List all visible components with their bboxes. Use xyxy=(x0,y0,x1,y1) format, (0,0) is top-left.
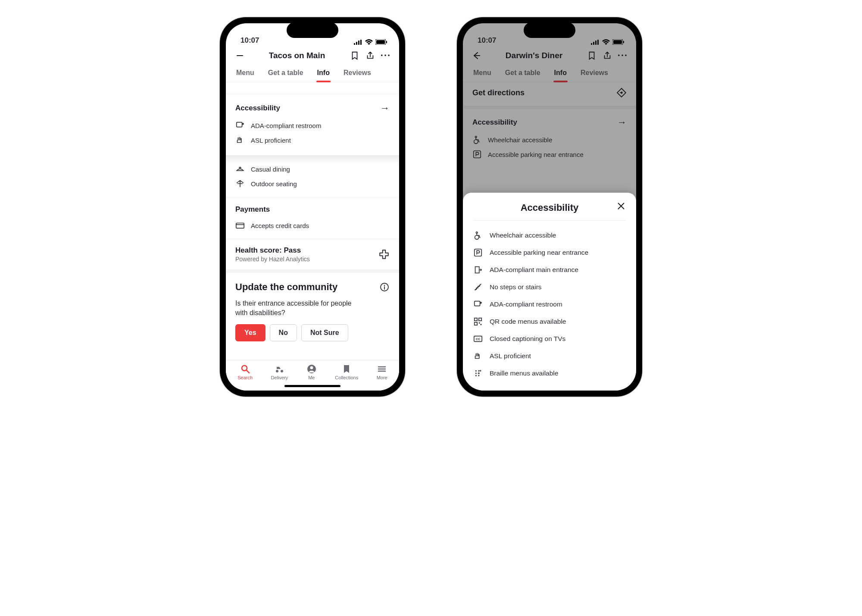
tabbar-more[interactable]: More xyxy=(377,364,387,380)
info-icon[interactable] xyxy=(379,282,390,292)
health-cross-icon xyxy=(378,249,390,260)
tab-reviews[interactable]: Reviews xyxy=(343,66,372,82)
cc-icon: CC xyxy=(473,334,483,344)
sheet-item: Accessible parking near entrance xyxy=(473,244,626,261)
share-button[interactable] xyxy=(365,50,376,61)
svg-rect-41 xyxy=(475,301,480,306)
sheet-item-label: QR code menus available xyxy=(490,318,566,325)
sheet-item-label: Accessible parking near entrance xyxy=(490,249,588,256)
sheet-item: QR code menus available xyxy=(473,313,626,330)
sheet-item-label: ADA-compliant main entrance xyxy=(490,266,578,274)
sheet-item-label: Braille menus available xyxy=(490,369,558,377)
svg-point-51 xyxy=(475,375,477,376)
asl-icon xyxy=(235,135,245,145)
payment-label: Accepts credit cards xyxy=(251,222,309,229)
sheet-item: ADA-compliant restroom xyxy=(473,296,626,313)
tabbar-label: Search xyxy=(237,375,253,380)
asl-icon xyxy=(473,351,483,361)
feature-label: Casual dining xyxy=(251,166,290,173)
back-button[interactable] xyxy=(234,50,245,61)
svg-line-15 xyxy=(247,370,249,373)
svg-point-12 xyxy=(384,285,385,286)
braille-icon xyxy=(473,369,483,378)
yes-button[interactable]: Yes xyxy=(235,324,265,341)
svg-point-49 xyxy=(475,370,477,372)
collections-icon xyxy=(341,364,352,374)
tabbar-search[interactable]: Search xyxy=(237,364,253,380)
svg-rect-6 xyxy=(386,41,387,43)
svg-rect-42 xyxy=(475,318,477,321)
svg-point-50 xyxy=(475,373,477,374)
dynamic-island xyxy=(287,22,338,38)
health-score-subtitle: Powered by Hazel Analytics xyxy=(235,256,310,263)
sheet-item: Wheelchair accessible xyxy=(473,227,626,244)
bookmark-button[interactable] xyxy=(349,50,360,61)
sheet-item: No steps or stairs xyxy=(473,278,626,296)
phone-mockup-right: 10:07 Darwin's Diner xyxy=(457,17,642,397)
tabbar-label: Collections xyxy=(335,375,358,380)
payments-section: Payments Accepts credit cards xyxy=(226,197,399,239)
svg-point-17 xyxy=(281,370,283,372)
restroom-icon xyxy=(235,121,245,130)
svg-point-16 xyxy=(276,370,278,372)
dynamic-island xyxy=(524,22,575,38)
payments-title: Payments xyxy=(235,205,270,214)
sheet-item: ASL proficient xyxy=(473,347,626,365)
wifi-icon xyxy=(365,39,373,45)
accessibility-item: ASL proficient xyxy=(235,133,390,147)
sheet-item: CC Closed captioning on TVs xyxy=(473,330,626,347)
svg-point-52 xyxy=(478,370,479,372)
health-score-title: Health score: Pass xyxy=(235,246,310,255)
svg-rect-1 xyxy=(356,42,357,45)
search-icon xyxy=(240,364,250,374)
svg-rect-8 xyxy=(237,122,242,127)
sheet-item-label: Wheelchair accessible xyxy=(490,231,556,239)
tabbar-collections[interactable]: Collections xyxy=(335,364,358,380)
not-sure-button[interactable]: Not Sure xyxy=(301,324,348,341)
sheet-item: ADA-compliant main entrance xyxy=(473,261,626,278)
svg-rect-0 xyxy=(354,43,355,45)
me-icon xyxy=(306,364,317,374)
tabbar-label: Delivery xyxy=(271,375,288,380)
cellular-icon xyxy=(354,40,362,45)
feature-label: Outdoor seating xyxy=(251,180,297,188)
close-button[interactable] xyxy=(616,201,626,211)
svg-point-54 xyxy=(478,375,479,376)
sheet-item: Braille menus available xyxy=(473,365,626,382)
no-steps-icon xyxy=(473,282,483,292)
wheelchair-icon xyxy=(473,231,483,240)
community-question: Is their entrance accessible for people … xyxy=(235,299,359,318)
content-tabs: Menu Get a table Info Reviews xyxy=(226,66,399,82)
parking-icon xyxy=(473,248,483,257)
accessibility-title: Accessibility xyxy=(235,104,280,113)
sheet-item-label: No steps or stairs xyxy=(490,283,542,291)
community-section: Update the community Is their entrance a… xyxy=(226,273,399,346)
svg-rect-2 xyxy=(358,41,359,45)
qr-icon xyxy=(473,317,483,326)
tab-info[interactable]: Info xyxy=(316,66,331,82)
svg-text:CC: CC xyxy=(476,337,481,341)
svg-point-36 xyxy=(475,235,479,239)
entrance-icon xyxy=(473,265,483,275)
sheet-item-label: ADA-compliant restroom xyxy=(490,300,562,308)
health-score-section[interactable]: Health score: Pass Powered by Hazel Anal… xyxy=(226,239,399,273)
svg-line-40 xyxy=(475,284,481,291)
delivery-icon xyxy=(274,364,284,374)
page-title: Tacos on Main xyxy=(249,51,345,60)
feature-item: Casual dining xyxy=(235,162,390,176)
no-button[interactable]: No xyxy=(270,324,297,341)
feature-item: Outdoor seating xyxy=(235,176,390,191)
tab-get-a-table[interactable]: Get a table xyxy=(267,66,304,82)
arrow-right-icon xyxy=(380,103,390,114)
credit-card-icon xyxy=(235,221,245,230)
svg-rect-38 xyxy=(475,249,482,256)
sheet-item-label: ASL proficient xyxy=(490,352,531,360)
svg-rect-5 xyxy=(376,40,385,44)
accessibility-card[interactable]: Accessibility ADA-compliant restroom ASL… xyxy=(226,95,399,155)
tabbar-me[interactable]: Me xyxy=(306,364,317,380)
sheet-item-label: Closed captioning on TVs xyxy=(490,335,565,343)
more-button[interactable]: ··· xyxy=(380,50,391,61)
tabbar-delivery[interactable]: Delivery xyxy=(271,364,288,380)
accessibility-item-label: ASL proficient xyxy=(251,137,291,144)
tab-menu[interactable]: Menu xyxy=(235,66,255,82)
